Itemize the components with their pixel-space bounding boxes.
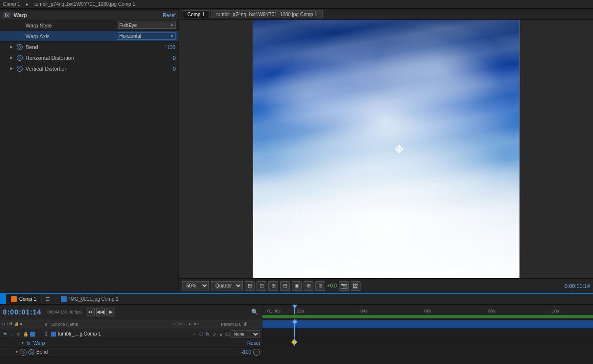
layer-tracks-area	[262, 319, 593, 364]
grid-btn[interactable]: ⊞	[268, 281, 278, 291]
cont-header: ⬡	[175, 322, 179, 326]
preview-bottom-bar: 50% Quarter ⊞ ⊡ ⊞ ⊟ ▣ ⊕ ⊗ +0.0 📷 🖼 0:00:…	[179, 278, 593, 293]
al-header: ▲	[188, 322, 192, 326]
timeline-menu-btn[interactable]: ☰	[44, 296, 52, 302]
preview-tab-tumblr[interactable]: tumblr_p74nqLbxt1W9Y701_1280.jpg Comp 1	[211, 10, 323, 18]
layer-num: 1	[41, 331, 51, 337]
warp-axis-row: Warp Axis Horizontal ▾	[0, 31, 179, 42]
layer-visibility-toggle[interactable]: 👁	[2, 331, 8, 337]
timeline-timecode[interactable]: 0:00:01:14	[3, 308, 42, 316]
num-header: #	[41, 322, 51, 327]
snapshot-btn[interactable]: 📷	[339, 281, 349, 291]
v-dist-expand[interactable]: ▶	[10, 66, 15, 71]
bend-value[interactable]: -100	[146, 44, 176, 50]
h-dist-expand[interactable]: ▶	[10, 55, 15, 60]
v-dist-stopwatch[interactable]: ◷	[17, 66, 23, 72]
layer-vis-icons: 👁 ♪ ⊙ 🔒	[2, 331, 41, 337]
work-area-bar	[262, 314, 593, 319]
color-picker-btn[interactable]: ⊕	[304, 281, 313, 291]
warp-bend-value[interactable]: -100	[232, 349, 251, 355]
bend-stopwatch[interactable]: ◷	[17, 44, 23, 50]
bend-expand[interactable]: ▶	[10, 45, 15, 49]
al-switch[interactable]: ▲	[218, 331, 224, 337]
zoom-dropdown[interactable]: 50%	[182, 281, 209, 290]
fx-label-row: ▼ fx Warp Reset	[0, 339, 262, 348]
work-area-fill	[262, 315, 593, 318]
reset-button[interactable]: Reset	[163, 13, 176, 18]
parent-link-header: Parent & Link	[221, 322, 260, 327]
preview-panel: Comp 1 tumblr_p74nqLbxt1W9Y701_1280.jpg …	[179, 9, 593, 293]
ruler-label-01s: 01:00s	[267, 309, 281, 313]
top-bar: Comp 1 ▸ tumblr_p74nqLbxt1W9Y701_1280.jp…	[0, 0, 593, 9]
color-value: +0.0	[327, 283, 337, 288]
warp-bend-name: Bend	[36, 349, 232, 355]
timeline-collapse-btn[interactable]	[0, 294, 6, 304]
mb-switch[interactable]: ⊙	[211, 331, 217, 337]
vertical-distortion-row: ▶ ◷ Vertical Distortion 0	[0, 63, 179, 74]
3d-switch[interactable]: 3D	[225, 331, 231, 337]
breadcrumb-separator: ▸	[26, 1, 28, 7]
cont-switch[interactable]: ⬡	[198, 331, 204, 337]
tl-layer-bar-1	[262, 320, 593, 328]
fit-view-btn[interactable]: ⊡	[257, 281, 266, 291]
preview-tab-comp1[interactable]: Comp 1	[182, 10, 210, 18]
warp-bend-stopwatch[interactable]: ◷	[28, 349, 34, 355]
toggle-full-res-btn[interactable]: ⊞	[245, 281, 255, 291]
chevron-down-icon: ▾	[171, 23, 173, 28]
switches-header: ~ ⬡ fx ⊙ ▲ 3D	[172, 322, 221, 326]
warp-axis-dropdown[interactable]: Horizontal ▾	[117, 32, 176, 40]
timeline-controls-bar: 0:00:01:14 00044 (30.00 fps) ⏮ ◀◀ ▶ 🔍	[0, 305, 262, 319]
tl-fx-playhead	[294, 329, 295, 338]
fx-expand-arrow[interactable]: ▼	[20, 340, 26, 346]
bend-row: ▶ ◷ Bend -100	[0, 42, 179, 52]
transport-play[interactable]: ▶	[106, 308, 115, 316]
show-snapshot-btn[interactable]: 🖼	[351, 281, 361, 291]
fx-reset-btn[interactable]: Reset	[247, 340, 260, 346]
transport-controls: ⏮ ◀◀ ▶	[84, 308, 117, 316]
warp-bend-row: ▼ ◷ ◷ Bend -100 ○	[0, 348, 262, 357]
transport-skip-back[interactable]: ⏮	[86, 308, 95, 316]
warp-style-label: Warp Style	[26, 23, 117, 28]
timeline-search-btn[interactable]: 🔍	[250, 308, 259, 316]
tl-layer-row-1[interactable]	[262, 319, 593, 329]
ruler-label-02s: 02s	[297, 309, 304, 313]
transport-rewind[interactable]: ◀◀	[96, 308, 105, 316]
layer-header-row: ⊙ ♪ 👁 🔒 ■ # Source Name ~ ⬡ fx ⊙ ▲ 3D Pa…	[0, 319, 262, 329]
warp-bend-expand[interactable]: ▼	[15, 350, 20, 354]
timeline-ruler[interactable]: 01:00s 02s 04s 06s 08s 10s 12s 14s 16s	[262, 305, 593, 319]
breadcrumb-comp1[interactable]: Comp 1	[3, 1, 20, 7]
timeline-tab-comp1[interactable]: Comp 1	[6, 294, 42, 304]
fx-switch[interactable]: fx	[205, 331, 210, 337]
safe-zones-btn[interactable]: ▣	[292, 281, 302, 291]
layer-solo-toggle[interactable]: ⊙	[16, 331, 22, 337]
warp-style-row: Warp Style FishEye ▾	[0, 20, 179, 31]
ruler-label-10s: 10s	[552, 309, 559, 313]
parent-select[interactable]: None	[231, 330, 260, 338]
warp-bend-icon: ◷	[20, 349, 26, 356]
color-channels-btn[interactable]: ⊗	[315, 281, 325, 291]
layer-lock-toggle[interactable]: 🔒	[23, 331, 28, 337]
guides-btn[interactable]: ⊟	[280, 281, 290, 291]
tl-warp-bend-row	[262, 338, 593, 347]
warp-axis-label: Warp Axis	[26, 33, 117, 39]
timeline-tab-imgcomp[interactable]: IMG_0011.jpg Comp 1	[56, 294, 124, 304]
quality-dropdown[interactable]: Quarter	[211, 281, 243, 290]
v-dist-value[interactable]: 0	[146, 66, 176, 72]
timeline-body: 0:00:01:14 00044 (30.00 fps) ⏮ ◀◀ ▶ 🔍 ⊙ …	[0, 305, 593, 364]
layer-audio-toggle[interactable]: ♪	[9, 331, 15, 337]
layer-name[interactable]: tumblr_....g Comp 1	[58, 331, 191, 337]
h-dist-stopwatch[interactable]: ◷	[17, 55, 23, 61]
effect-name: Warp	[14, 12, 163, 18]
warp-style-dropdown[interactable]: FishEye ▾	[117, 22, 176, 29]
audio-header: ♪	[6, 322, 8, 326]
shy-switch[interactable]: ~	[191, 331, 197, 337]
horizontal-distortion-row: ▶ ◷ Horizontal Distortion 0	[0, 52, 179, 63]
timeline-tab-imgcomp-label: IMG_0011.jpg Comp 1	[69, 296, 119, 302]
preview-viewport[interactable]	[179, 20, 593, 278]
warp-bend-circle: ○	[253, 349, 260, 356]
timeline-tab-bar: Comp 1 ☰ IMG_0011.jpg Comp 1	[0, 294, 593, 305]
tl-bend-playhead	[294, 338, 295, 346]
layer-label-color[interactable]	[30, 332, 35, 337]
h-dist-value[interactable]: 0	[146, 55, 176, 61]
preview-timecode: 0:00:01:14	[565, 283, 590, 289]
